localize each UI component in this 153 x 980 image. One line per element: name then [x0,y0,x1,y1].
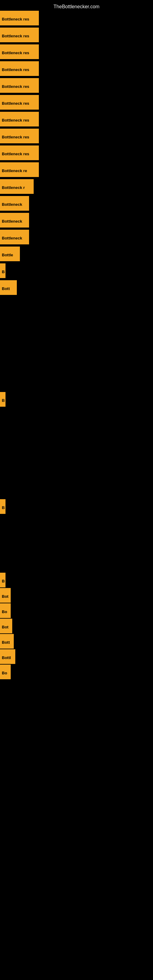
bottleneck-item: Bott [0,634,14,649]
bottleneck-item: Bottleneck res [0,78,39,93]
bottleneck-item: Bottleneck res [0,112,39,126]
site-title: TheBottlenecker.com [0,2,153,12]
bottleneck-item: Bot [0,588,11,603]
bottleneck-item: Bottleneck res [0,61,39,76]
bottleneck-item: Bottleneck res [0,95,39,110]
bottleneck-item: Bo [0,665,11,679]
bottleneck-item: Bottleneck [0,196,29,211]
bottleneck-item: Bottleneck re [0,162,39,177]
bottleneck-item: Bottleneck res [0,45,39,59]
bottleneck-item: Bottleneck res [0,11,39,25]
bottleneck-item: B [0,263,5,278]
bottleneck-item: Bottleneck res [0,129,39,143]
bottleneck-item: Bottle [0,247,20,261]
bottleneck-item: B [0,392,5,407]
bottleneck-item: Bott [0,280,17,295]
bottleneck-item: Bot [0,619,12,633]
bottleneck-item: Bottl [0,649,15,664]
bottleneck-item: Bo [0,603,11,618]
bottleneck-item: Bottleneck [0,230,29,244]
bottleneck-item: Bottleneck res [0,145,39,160]
bottleneck-item: Bottleneck r [0,179,33,194]
bottleneck-item: B [0,573,5,587]
bottleneck-item: Bottleneck [0,213,29,228]
bottleneck-item: B [0,499,5,514]
bottleneck-item: Bottleneck res [0,27,39,42]
